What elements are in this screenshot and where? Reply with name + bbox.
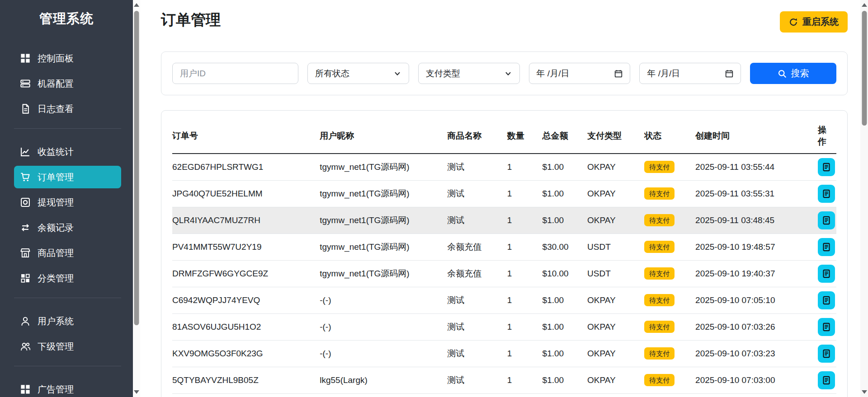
cell-pay-type: USDT — [587, 234, 644, 260]
cell-nickname: lkg55(Largk) — [320, 367, 447, 393]
cell-total: $1.00 — [542, 207, 588, 234]
cell-order-no: QLR4IYAAC7MUZ7RH — [172, 207, 320, 234]
sidebar-item-label: 商品管理 — [38, 247, 74, 259]
col-created: 创建时间 — [695, 115, 818, 154]
sidebar-item-orders[interactable]: 订单管理 — [14, 166, 121, 188]
cell-status: 待支付 — [644, 367, 695, 393]
main-content: 订单管理 重启系统 所有状态 支付类型 年 /月/日 年 /月/日 搜索 — [140, 0, 860, 397]
status-select[interactable]: 所有状态 — [307, 63, 409, 84]
table-row: C6942WQPJJ74YEVQ -(-) 测试 1 $1.00 OKPAY 待… — [172, 287, 836, 313]
cell-qty: 1 — [507, 393, 542, 397]
order-detail-button[interactable] — [818, 371, 835, 389]
search-button[interactable]: 搜索 — [750, 63, 836, 84]
sidebar-item-logs[interactable]: 日志查看 — [14, 98, 121, 120]
order-detail-button[interactable] — [818, 238, 835, 256]
sidebar-item-income-stats[interactable]: 收益统计 — [14, 140, 121, 163]
cell-actions — [818, 393, 836, 397]
cell-nickname: tgymw_net1(TG源码网) — [320, 234, 447, 260]
sidebar-item-user-system[interactable]: 用户系统 — [14, 310, 121, 332]
date-to-input[interactable]: 年 /月/日 — [639, 63, 741, 84]
cell-order-no: 81ASOV6UJGU5H1O2 — [172, 313, 320, 340]
chevron-down-icon — [393, 70, 401, 78]
sidebar-item-categories[interactable]: 分类管理 — [14, 267, 121, 290]
order-detail-button[interactable] — [818, 185, 835, 203]
pay-type-select[interactable]: 支付类型 — [418, 63, 520, 84]
sidebar-item-label: 用户系统 — [38, 315, 74, 327]
cell-order-no: 5QTYBAYVZHL9B05Z — [172, 367, 320, 393]
cell-order-no: C6942WQPJJ74YEVQ — [172, 287, 320, 313]
order-detail-button[interactable] — [818, 345, 835, 363]
table-row: 62EGD67HPLSRTWG1 tgymw_net1(TG源码网) 测试 1 … — [172, 154, 836, 180]
cell-actions — [818, 313, 836, 340]
col-total: 总金额 — [542, 115, 588, 154]
sidebar-scrollbar-thumb[interactable] — [134, 11, 139, 325]
cell-nickname: lkg55(Largk) — [320, 393, 447, 397]
scroll-down-arrow-icon[interactable] — [862, 390, 867, 394]
app-title: 管理系统 — [0, 10, 133, 28]
sidebar-item-label: 订单管理 — [38, 171, 74, 183]
sidebar-item-machine-config[interactable]: 机器配置 — [14, 72, 121, 95]
restart-system-button[interactable]: 重启系统 — [780, 11, 848, 33]
sidebar-nav: 控制面板 机器配置 日志查看 收益统计 订单管理 — [0, 47, 133, 397]
col-order-no: 订单号 — [172, 115, 320, 154]
order-detail-button[interactable] — [818, 211, 835, 229]
cell-status: 待支付 — [644, 234, 695, 260]
cell-order-no: JPG40Q7UE52HELMM — [172, 180, 320, 207]
cell-order-no: 62EGD67HPLSRTWG1 — [172, 154, 320, 180]
cell-actions — [818, 180, 836, 207]
order-detail-button[interactable] — [818, 158, 835, 176]
cell-status: 待支付 — [644, 180, 695, 207]
window-scrollbar-thumb[interactable] — [862, 11, 867, 126]
refresh-icon — [789, 18, 798, 27]
cell-pay-type: OKPAY — [587, 154, 644, 180]
cell-actions — [818, 207, 836, 234]
calendar-icon — [614, 70, 623, 78]
cell-status: 待支付 — [644, 393, 695, 397]
users-icon — [20, 341, 30, 351]
cell-created: 2025-09-10 07:02:46 — [695, 393, 818, 397]
orders-table-card: 订单号 用户昵称 商品名称 数量 总金额 支付类型 状态 创建时间 操作 62E… — [161, 110, 848, 397]
window-scrollbar[interactable] — [860, 0, 868, 397]
cell-status: 待支付 — [644, 207, 695, 234]
cell-pay-type: OKPAY — [587, 313, 644, 340]
user-icon — [20, 316, 30, 326]
document-lines-icon — [822, 269, 831, 278]
col-nickname: 用户昵称 — [320, 115, 447, 154]
cell-created: 2025-09-11 03:55:31 — [695, 180, 818, 207]
category-icon — [20, 273, 30, 283]
order-detail-button[interactable] — [818, 318, 835, 336]
document-lines-icon — [822, 216, 831, 225]
cell-qty: 1 — [507, 180, 542, 207]
sidebar-item-ads[interactable]: 广告管理 — [14, 378, 121, 397]
sidebar-item-balance-records[interactable]: 余额记录 — [14, 216, 121, 239]
sidebar-item-products[interactable]: 商品管理 — [14, 242, 121, 264]
scroll-up-arrow-icon[interactable] — [862, 3, 867, 7]
cell-order-no: DRMFZGFW6GYGCE9Z — [172, 260, 320, 287]
table-row: PV41MMT55W7U2Y19 tgymw_net1(TG源码网) 余额充值 … — [172, 234, 836, 260]
scroll-down-arrow-icon[interactable] — [134, 390, 139, 394]
document-lines-icon — [822, 243, 831, 252]
cell-product: 测试 — [447, 287, 507, 313]
file-icon — [20, 104, 30, 114]
user-id-input[interactable] — [172, 63, 298, 84]
cell-product: 测试 — [447, 313, 507, 340]
sidebar-item-withdrawals[interactable]: 提现管理 — [14, 191, 121, 214]
sidebar-item-label: 机器配置 — [38, 78, 74, 90]
cell-pay-type: OKPAY — [587, 393, 644, 397]
date-from-input[interactable]: 年 /月/日 — [529, 63, 631, 84]
sidebar-scrollbar[interactable] — [133, 0, 140, 397]
sidebar-divider — [14, 128, 121, 129]
cell-pay-type: OKPAY — [587, 180, 644, 207]
cell-actions — [818, 287, 836, 313]
sidebar-item-subordinates[interactable]: 下级管理 — [14, 335, 121, 358]
order-detail-button[interactable] — [818, 291, 835, 309]
order-detail-button[interactable] — [818, 265, 835, 283]
document-lines-icon — [822, 296, 831, 305]
status-badge: 待支付 — [644, 374, 675, 386]
search-icon — [778, 69, 787, 78]
chart-icon — [20, 147, 30, 157]
sidebar-item-dashboard[interactable]: 控制面板 — [14, 47, 121, 70]
cell-total: $1.00 — [542, 313, 588, 340]
scroll-up-arrow-icon[interactable] — [134, 3, 139, 7]
cell-status: 待支付 — [644, 287, 695, 313]
